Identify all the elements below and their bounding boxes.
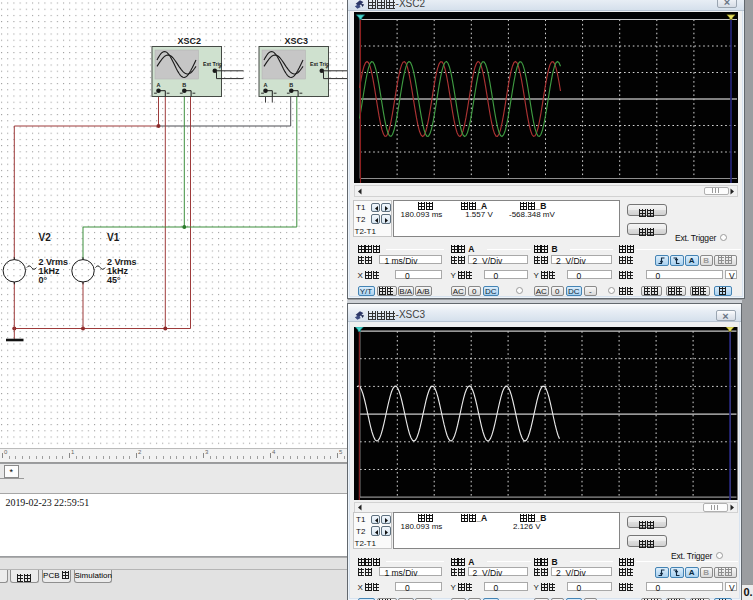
svg-text:45°: 45° — [107, 275, 121, 285]
svg-text:XSC2: XSC2 — [178, 36, 202, 46]
svg-text:XSC3: XSC3 — [285, 36, 309, 46]
svg-text:+: + — [325, 64, 328, 70]
svg-text:B: B — [289, 82, 293, 88]
svg-text:B: B — [182, 82, 186, 88]
svg-text:V1: V1 — [107, 232, 120, 243]
svg-text:+: + — [218, 64, 221, 70]
svg-text:0°: 0° — [39, 275, 48, 285]
svg-text:A: A — [157, 82, 161, 88]
svg-text:V2: V2 — [39, 232, 52, 243]
svg-text:A: A — [264, 82, 268, 88]
